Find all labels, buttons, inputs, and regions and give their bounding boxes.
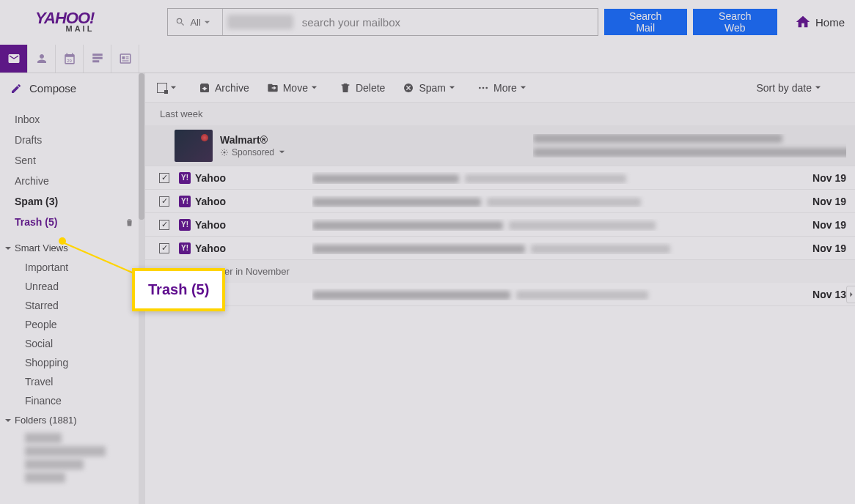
folders-section-header[interactable]: Folders (1881) [0, 410, 144, 430]
more-button[interactable]: More [477, 82, 531, 94]
pencil-icon [10, 83, 22, 94]
message-date: Nov 13 [795, 289, 846, 300]
folder-trash[interactable]: Trash (5) [0, 212, 144, 232]
delete-button[interactable]: Delete [340, 82, 385, 94]
tab-notepad[interactable] [84, 45, 111, 73]
more-icon [477, 82, 489, 94]
yahoo-y-icon: Y! [179, 219, 191, 231]
ad-thumbnail [175, 130, 213, 162]
subject-blurred [312, 289, 795, 300]
search-icon [175, 17, 186, 27]
ad-sender: Walmart® [220, 134, 533, 146]
subject-blurred [312, 242, 795, 254]
smart-views-header[interactable]: Smart Views [0, 238, 144, 258]
folder-archive[interactable]: Archive [0, 171, 144, 191]
chevron-down-icon [4, 245, 12, 252]
message-row[interactable]: Flickr Nov 13 [145, 283, 855, 306]
svg-text:29: 29 [67, 58, 72, 62]
custom-folder-blurred[interactable] [25, 446, 106, 456]
callout-trash-highlight: Trash (5) [132, 268, 225, 311]
sender-icon-col: Y! [175, 219, 195, 231]
svg-rect-2 [122, 56, 125, 59]
message-row[interactable]: Y!Yahoo Nov 19 [145, 190, 855, 213]
search-web-button[interactable]: Search Web [693, 9, 777, 35]
app-tabs: 29 [0, 44, 855, 73]
home-label: Home [815, 16, 845, 29]
tab-contacts[interactable] [28, 45, 56, 73]
chevron-down-icon [520, 84, 526, 91]
smartview-important[interactable]: Important [0, 258, 144, 277]
home-link[interactable]: Home [795, 14, 845, 30]
search-input[interactable] [293, 9, 598, 35]
checkbox-icon [159, 243, 169, 253]
message-row[interactable]: Y!Yahoo Nov 19 [145, 237, 855, 260]
message-pane: Archive Move Delete Spam More [145, 73, 855, 504]
group-earlier-nov: Earlier in November [145, 260, 855, 283]
archive-icon [199, 82, 210, 94]
row-checkbox[interactable] [154, 243, 175, 253]
custom-folder-blurred[interactable] [25, 459, 84, 470]
calendar-icon: 29 [63, 52, 76, 65]
chevron-down-icon [311, 84, 318, 91]
yahoo-y-icon: Y! [179, 242, 191, 254]
search-scope-dropdown[interactable]: All [168, 9, 222, 35]
sender-icon-col: Y! [175, 196, 195, 207]
smartview-social[interactable]: Social [0, 334, 144, 353]
group-last-week: Last week [145, 103, 855, 125]
yahoo-y-icon: Y! [179, 196, 191, 207]
folder-inbox[interactable]: Inbox [0, 109, 144, 130]
tab-mail[interactable] [0, 45, 28, 73]
select-all-checkbox[interactable] [157, 83, 181, 93]
empty-trash-icon[interactable] [125, 218, 134, 227]
sender-name: Yahoo [195, 196, 312, 207]
ad-sponsored-label[interactable]: Sponsored [220, 147, 533, 158]
tab-news[interactable] [111, 45, 139, 73]
spam-button[interactable]: Spam [403, 82, 460, 94]
yahoo-mail-logo: YAHOO! MAIL [35, 11, 94, 33]
compose-button[interactable]: Compose [0, 73, 144, 103]
message-date: Nov 19 [795, 242, 846, 254]
custom-folder-blurred[interactable] [25, 433, 62, 443]
spam-icon [403, 82, 414, 94]
search-blurred-suggestion [227, 15, 293, 29]
sort-dropdown[interactable]: Sort by date [757, 82, 826, 94]
row-checkbox[interactable] [154, 196, 175, 207]
svg-line-15 [222, 149, 224, 151]
expand-side-handle[interactable] [846, 286, 855, 303]
chevron-down-icon [170, 84, 177, 91]
yahoo-y-icon: Y! [179, 172, 191, 184]
search-scope-label: All [190, 17, 200, 28]
search-mail-button[interactable]: Search Mail [604, 9, 687, 35]
folder-spam[interactable]: Spam (3) [0, 191, 144, 212]
smartview-people[interactable]: People [0, 315, 144, 334]
sponsored-ad-row[interactable]: Walmart® Sponsored [145, 125, 855, 166]
checkbox-icon [159, 220, 169, 230]
sidebar-scrollbar-thumb[interactable] [139, 73, 144, 220]
folder-drafts[interactable]: Drafts [0, 130, 144, 150]
main-area: Compose Inbox Drafts Sent Archive Spam (… [0, 73, 855, 504]
message-row[interactable]: Y!Yahoo Nov 19 [145, 213, 855, 237]
smartview-starred[interactable]: Starred [0, 296, 144, 315]
custom-folder-blurred[interactable] [25, 472, 65, 483]
smartview-shopping[interactable]: Shopping [0, 353, 144, 372]
smartview-finance[interactable]: Finance [0, 391, 144, 410]
sidebar: Compose Inbox Drafts Sent Archive Spam (… [0, 73, 145, 504]
smartview-travel[interactable]: Travel [0, 372, 144, 391]
row-checkbox[interactable] [154, 220, 175, 230]
message-row[interactable]: Y!Yahoo Nov 19 [145, 166, 855, 190]
sender-name: Yahoo [195, 172, 312, 184]
archive-button[interactable]: Archive [199, 82, 249, 94]
subject-blurred [312, 219, 795, 231]
svg-point-7 [479, 86, 481, 89]
search-bar: All [167, 8, 598, 36]
svg-point-10 [224, 151, 226, 153]
smartview-unread[interactable]: Unread [0, 277, 144, 296]
move-button[interactable]: Move [267, 82, 322, 94]
folder-sent[interactable]: Sent [0, 150, 144, 171]
ad-subject-blurred [533, 134, 846, 158]
notepad-icon [91, 52, 104, 65]
tab-calendar[interactable]: 29 [56, 45, 84, 73]
chevron-down-icon [449, 84, 455, 91]
subject-blurred [312, 172, 795, 184]
row-checkbox[interactable] [154, 173, 175, 183]
